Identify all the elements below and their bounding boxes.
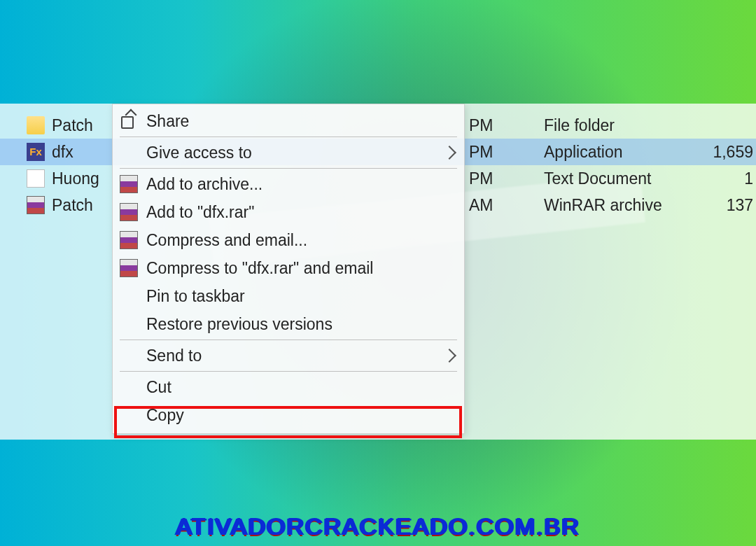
menu-item-cut[interactable]: Cut [113,373,464,401]
chevron-right-icon [442,349,456,363]
file-time: AM [469,196,525,215]
menu-label: Compress and email... [146,231,307,250]
explorer-panel: Patch PM File folder Fx dfx PM Applicati… [0,104,756,440]
menu-item-compress-to-dfx-rar-and-email[interactable]: Compress to "dfx.rar" and email [113,254,464,282]
watermark-text: ATIVADORCRACKEADO.COM.BR [0,513,756,540]
file-type: File folder [544,116,698,135]
menu-label: Add to "dfx.rar" [146,203,254,222]
menu-label: Pin to taskbar [146,287,245,306]
file-size: 1,659 [711,143,756,162]
highlight-box-copy [114,406,462,438]
chevron-right-icon [442,146,456,160]
rar-icon [27,196,45,214]
rar-icon [120,175,138,193]
text-file-icon [27,169,45,188]
rar-icon [120,203,138,221]
context-menu: Share Give access to Add to archive... A… [112,104,465,434]
menu-separator [120,168,457,169]
file-type: Text Document [544,169,698,188]
menu-item-give-access-to[interactable]: Give access to [113,139,464,167]
menu-separator [120,340,457,340]
file-size: 137 [711,196,756,215]
share-icon [120,112,138,130]
file-type: Application [544,143,698,162]
file-time: PM [469,116,525,135]
menu-separator [120,136,457,137]
menu-label: Add to archive... [146,175,262,194]
menu-label: Restore previous versions [146,315,332,334]
fx-icon: Fx [27,143,45,161]
menu-item-add-to-dfx-rar[interactable]: Add to "dfx.rar" [113,198,464,226]
menu-item-share[interactable]: Share [113,107,464,135]
menu-item-compress-and-email[interactable]: Compress and email... [113,226,464,254]
rar-icon [120,231,138,249]
menu-item-add-to-archive[interactable]: Add to archive... [113,170,464,198]
menu-label: Give access to [146,144,252,162]
file-type: WinRAR archive [544,196,698,215]
file-time: PM [469,169,525,188]
folder-icon [27,116,45,134]
menu-label: Send to [146,346,202,365]
rar-icon [120,259,138,277]
menu-item-pin-to-taskbar[interactable]: Pin to taskbar [113,282,464,310]
menu-separator [120,371,457,372]
menu-label: Compress to "dfx.rar" and email [146,259,373,278]
menu-item-send-to[interactable]: Send to [113,342,464,370]
file-time: PM [469,143,525,162]
file-size: 1 [711,169,756,188]
menu-label: Cut [146,378,172,397]
menu-label: Share [146,112,189,131]
menu-item-restore-previous-versions[interactable]: Restore previous versions [113,310,464,338]
